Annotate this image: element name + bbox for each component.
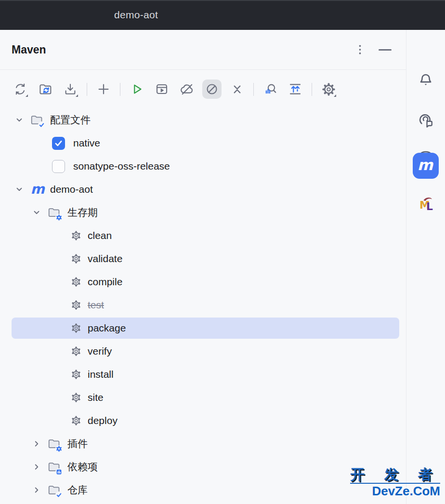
maven-toolbar [0,70,406,108]
goal-gear-icon [70,253,82,265]
tree-row-project[interactable]: m demo-aot [0,178,406,201]
chevron-down-icon[interactable] [14,185,24,194]
more-options-button[interactable] [352,42,367,57]
panel-title: Maven [12,43,46,56]
tree-row-label: demo-aot [50,184,93,195]
check-icon [53,138,64,148]
chevron-right-icon[interactable] [32,439,41,449]
tree-row-label: sonatype-oss-release [73,160,170,172]
toolbar-separator [253,83,254,96]
ml-plugin-button[interactable] [412,190,439,217]
maven-tool-window-button[interactable]: m [413,153,439,179]
dependencies-folder-icon [47,460,61,474]
tree-row-label: deploy [88,415,118,426]
generate-sources-button[interactable] [36,80,55,99]
tree-row-label: native [73,137,100,149]
right-tool-window-bar: m [406,30,445,504]
maven-settings-button[interactable] [319,80,338,99]
radar-chat-icon [417,111,434,129]
tree-row-label: validate [88,253,122,265]
tree-row-repositories[interactable]: 仓库 [0,478,406,502]
dependency-analyzer-button[interactable] [261,80,280,99]
tree-row-goal-site[interactable]: site [0,386,406,409]
add-maven-project-button[interactable] [94,80,113,99]
tree-row-profile-native[interactable]: native [0,132,406,155]
tree-row-label: package [88,322,126,334]
tree-row-lifecycle[interactable]: 生存期 [0,201,406,224]
tree-row-dependencies[interactable]: 依赖项 [0,455,406,478]
tree-row-goal-install[interactable]: install [0,363,406,386]
chevron-down-icon[interactable] [14,115,24,125]
tree-row-label: 生存期 [67,206,98,219]
skip-tests-button[interactable] [202,80,222,99]
chevron-right-icon[interactable] [32,462,41,472]
tree-row-goal-test[interactable]: test [0,293,406,317]
run-window-icon [155,82,169,96]
download-sources-button[interactable] [61,80,80,99]
goal-gear-icon [70,415,82,426]
tree-row-goal-deploy[interactable]: deploy [0,409,406,432]
collapse-all-icon [231,83,244,96]
maven-tool-window: Maven [0,30,406,504]
goal-gear-icon [70,230,82,241]
goal-gear-icon [70,299,82,311]
tree-row-label: verify [88,345,112,357]
offline-mode-button[interactable] [177,80,196,99]
chevron-down-icon[interactable] [32,208,41,217]
tree-row-label: 插件 [67,437,88,451]
gear-badge-icon [55,214,63,221]
circle-slash-icon [205,82,219,96]
profiles-folder-icon [30,113,43,127]
plus-icon [96,82,111,96]
notifications-button[interactable] [412,66,439,93]
execute-maven-goal-button[interactable] [152,80,171,99]
collapse-all-button[interactable] [227,80,247,99]
goal-gear-icon [70,322,82,334]
tree-row-label: 依赖项 [67,460,98,474]
check-badge-icon [55,491,63,499]
tree-row-label: compile [88,276,122,288]
chevron-right-icon[interactable] [32,485,41,495]
tree-row-goal-verify[interactable]: verify [0,340,406,363]
tree-row-label: test [88,299,104,311]
ai-assistant-button[interactable] [412,106,439,133]
checkbox-unchecked[interactable] [52,160,65,173]
tree-row-label: install [88,369,114,380]
toolbar-separator [120,83,120,96]
tree-row-profile-sonatype[interactable]: sonatype-oss-release [0,155,406,178]
bell-icon [418,72,434,88]
tree-row-label: clean [88,230,112,241]
tree-row-goal-compile[interactable]: compile [0,270,406,293]
run-maven-goal-button[interactable] [127,80,146,99]
tree-row-label: 配置文件 [50,113,91,127]
tree-row-goal-validate[interactable]: validate [0,247,406,270]
maven-project-icon: m [30,183,45,196]
double-up-arrows-icon [288,82,302,96]
tree-row-goal-package[interactable]: package [0,317,406,340]
goal-gear-icon [70,369,82,380]
hide-tool-window-button[interactable] [377,42,393,57]
tree-row-plugins[interactable]: 插件 [0,432,406,455]
toolbar-separator [312,83,312,96]
maven-m-icon: m [418,156,433,173]
panel-header-actions [352,30,393,69]
toolbar-separator [87,83,87,96]
gear-badge-icon [55,445,63,452]
magnifier-chart-icon [263,82,277,96]
dropdown-arrow-icon [26,94,28,97]
check-updates-button[interactable] [286,80,305,99]
tree-row-goal-clean[interactable]: clean [0,224,406,247]
kebab-icon [358,44,362,55]
minimize-icon [379,49,392,51]
dropdown-arrow-icon [76,94,78,97]
checkbox-checked[interactable] [52,137,65,150]
window-title: demo-aot [114,9,158,21]
window-titlebar: demo-aot [0,0,445,30]
check-badge-icon [38,121,45,129]
reload-maven-projects-button[interactable] [11,80,30,99]
lifecycle-folder-icon [47,206,61,219]
dropdown-arrow-icon [334,94,336,97]
maven-tree[interactable]: 配置文件 native sonatype-oss-release m demo-… [0,108,406,502]
folder-sync-icon [38,82,53,97]
tree-row-profiles[interactable]: 配置文件 [0,108,406,132]
